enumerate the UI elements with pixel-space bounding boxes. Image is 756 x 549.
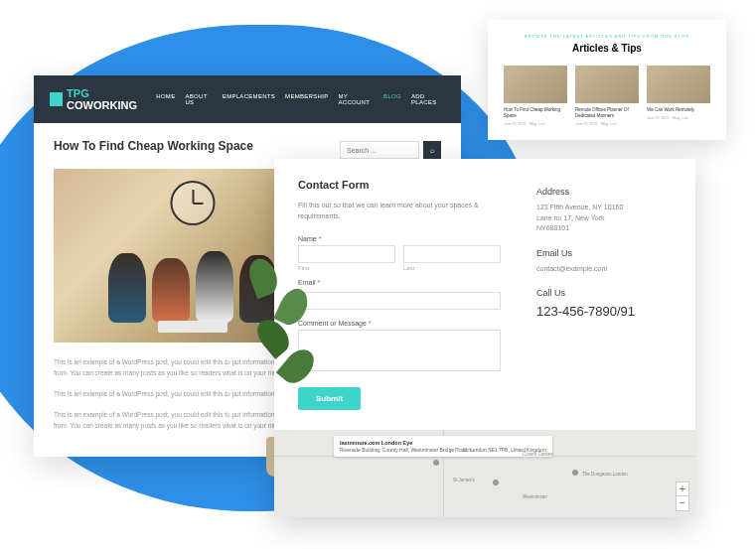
article-item[interactable]: We Can Work Remotely June 29, 2019Blog, … <box>647 66 710 126</box>
call-us-title: Call Us <box>536 288 672 298</box>
email-input[interactable] <box>298 292 501 310</box>
article-item[interactable]: How To Find Cheap Working Space June 29,… <box>504 66 567 126</box>
comment-textarea[interactable] <box>298 330 501 371</box>
map-tooltip: lastminute.com London Eye Riverside Buil… <box>334 436 552 458</box>
logo-icon <box>50 92 63 106</box>
comment-label: Comment or Message * <box>298 320 501 327</box>
email-us-title: Email Us <box>536 248 672 258</box>
article-title: How To Find Cheap Working Space <box>504 107 567 119</box>
form-title: Contact Form <box>298 179 501 191</box>
search-button[interactable]: ⌕ <box>423 141 441 159</box>
article-title: Remote Offices Planner Of Dedicated Mann… <box>575 107 639 119</box>
nav-home[interactable]: HOME <box>156 93 175 105</box>
last-name-input[interactable] <box>403 245 501 263</box>
address-title: Address <box>536 187 672 197</box>
map-label: The Dungeons London <box>582 472 628 477</box>
article-thumbnail <box>647 66 710 103</box>
articles-title: Articles & Tips <box>504 43 710 54</box>
nav-membership[interactable]: MEMBERSHIP <box>285 93 328 105</box>
form-subtitle: Fill this out so that we can learn more … <box>298 201 501 221</box>
contact-card: Contact Form Fill this out so that we ca… <box>274 159 695 517</box>
nav-account[interactable]: MY ACCOUNT <box>338 93 374 105</box>
phone-number: 123-456-7890/91 <box>536 304 672 319</box>
map[interactable]: lastminute.com London Eye Riverside Buil… <box>274 430 695 517</box>
search-icon: ⌕ <box>430 146 435 155</box>
article-meta: June 29, 2019Blog, Line <box>647 116 710 120</box>
article-item[interactable]: Remote Offices Planner Of Dedicated Mann… <box>575 66 639 126</box>
zoom-in-button[interactable]: + <box>677 482 688 496</box>
contact-form: Contact Form Fill this out so that we ca… <box>298 179 501 410</box>
address-text: 123 Fifth Avenue, NY 10160 Lane no 17, N… <box>536 203 672 234</box>
map-label: Covent Garden <box>523 452 553 457</box>
search-input[interactable] <box>340 141 419 159</box>
map-zoom-controls: + − <box>676 481 689 511</box>
article-title: We Can Work Remotely <box>647 107 710 113</box>
clock-icon <box>171 181 216 225</box>
article-thumbnail <box>504 66 567 103</box>
map-label: Soho <box>463 448 474 453</box>
article-meta: June 29, 2019Blog, Line <box>575 122 639 126</box>
articles-card: BROWSE THE LATEST ARTICLES AND TIPS FROM… <box>488 20 726 140</box>
nav-blog[interactable]: BLOG <box>383 93 401 105</box>
nav-menu: HOME ABOUT US EMPLACEMENTS MEMBERSHIP MY… <box>156 93 445 105</box>
navbar: TPG COWORKING HOME ABOUT US EMPLACEMENTS… <box>34 75 461 123</box>
articles-eyebrow: BROWSE THE LATEST ARTICLES AND TIPS FROM… <box>504 34 710 39</box>
article-thumbnail <box>575 66 639 103</box>
logo-text: TPG COWORKING <box>67 87 156 111</box>
article-meta: June 29, 2019Blog, Line <box>504 122 567 126</box>
email-label: Email * <box>298 279 501 286</box>
logo[interactable]: TPG COWORKING <box>50 87 156 111</box>
last-sublabel: Last <box>403 265 501 271</box>
email-us-text: contact@example.com <box>536 264 672 275</box>
nav-add-places[interactable]: ADD PLACES <box>411 93 445 105</box>
articles-list: How To Find Cheap Working Space June 29,… <box>504 66 710 126</box>
contact-info: Address 123 Fifth Avenue, NY 10160 Lane … <box>525 179 672 410</box>
zoom-out-button[interactable]: − <box>677 496 688 510</box>
nav-emplacements[interactable]: EMPLACEMENTS <box>223 93 275 105</box>
map-label: St James's <box>453 478 475 482</box>
nav-about[interactable]: ABOUT US <box>185 93 212 105</box>
map-label: Westminster <box>523 494 547 499</box>
name-label: Name * <box>298 235 501 242</box>
